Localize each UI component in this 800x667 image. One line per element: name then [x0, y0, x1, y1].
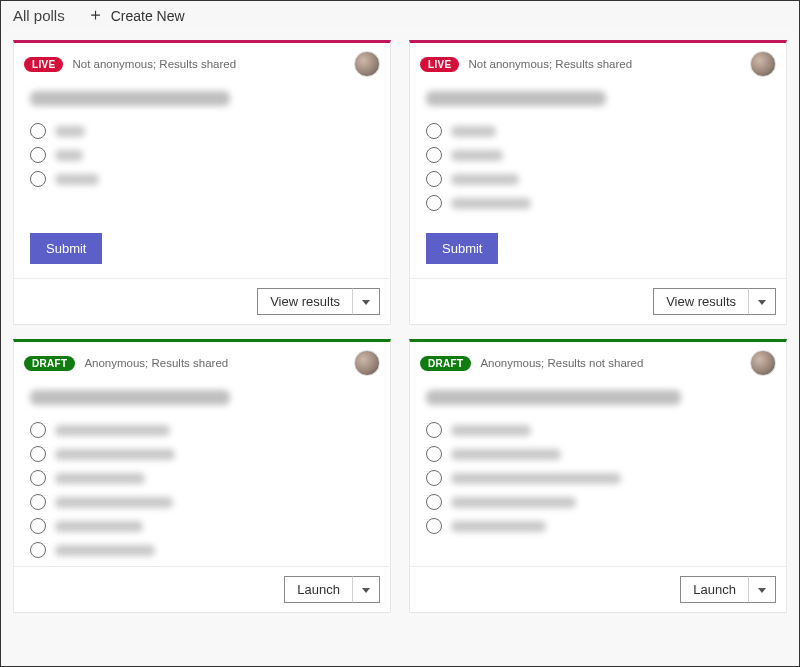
poll-card: LIVENot anonymous; Results sharedSubmitV…	[13, 40, 391, 325]
poll-option[interactable]	[426, 171, 770, 187]
status-badge: DRAFT	[420, 356, 471, 371]
avatar	[750, 350, 776, 376]
create-new-button[interactable]: ＋ Create New	[87, 7, 185, 24]
poll-option[interactable]	[30, 518, 374, 534]
poll-option-label	[55, 497, 173, 508]
page-title: All polls	[13, 7, 65, 24]
poll-option-label	[55, 545, 155, 556]
plus-icon: ＋	[87, 6, 104, 23]
poll-question	[30, 390, 230, 405]
poll-option[interactable]	[426, 446, 770, 462]
poll-card-body	[410, 380, 786, 566]
radio-icon	[30, 123, 46, 139]
radio-icon	[426, 195, 442, 211]
dropdown-button[interactable]	[748, 576, 776, 603]
poll-option[interactable]	[30, 494, 374, 510]
polls-grid: LIVENot anonymous; Results sharedSubmitV…	[1, 30, 799, 625]
poll-option[interactable]	[426, 195, 770, 211]
avatar	[354, 51, 380, 77]
radio-icon	[426, 147, 442, 163]
poll-option-label	[55, 126, 85, 137]
poll-card: DRAFTAnonymous; Results not sharedLaunch	[409, 339, 787, 613]
poll-option[interactable]	[30, 446, 374, 462]
submit-row: Submit	[14, 219, 390, 278]
launch-button[interactable]: Launch	[680, 576, 748, 603]
status-badge: LIVE	[24, 57, 63, 72]
poll-card-header: DRAFTAnonymous; Results not shared	[410, 342, 786, 380]
launch-button[interactable]: Launch	[284, 576, 352, 603]
radio-icon	[30, 147, 46, 163]
poll-card-body	[410, 81, 786, 219]
launch-split-button: Launch	[680, 576, 776, 603]
poll-option[interactable]	[30, 422, 374, 438]
poll-option[interactable]	[426, 147, 770, 163]
poll-options	[30, 422, 374, 558]
chevron-down-icon	[362, 588, 370, 593]
radio-icon	[426, 518, 442, 534]
poll-option-label	[55, 150, 83, 161]
poll-option-label	[55, 425, 170, 436]
view-results-button[interactable]: View results	[653, 288, 748, 315]
submit-button[interactable]: Submit	[30, 233, 102, 264]
poll-option-label	[451, 126, 496, 137]
poll-card-header: LIVENot anonymous; Results shared	[410, 43, 786, 81]
poll-card-body	[14, 380, 390, 566]
poll-option-label	[451, 473, 621, 484]
radio-icon	[426, 494, 442, 510]
status-badge: DRAFT	[24, 356, 75, 371]
radio-icon	[30, 518, 46, 534]
poll-option[interactable]	[30, 542, 374, 558]
view-results-split-button: View results	[257, 288, 380, 315]
poll-option[interactable]	[30, 147, 374, 163]
poll-option-label	[451, 425, 531, 436]
poll-meta-text: Not anonymous; Results shared	[72, 58, 236, 70]
dropdown-button[interactable]	[748, 288, 776, 315]
poll-option[interactable]	[426, 422, 770, 438]
radio-icon	[30, 171, 46, 187]
avatar	[750, 51, 776, 77]
status-badge: LIVE	[420, 57, 459, 72]
poll-option[interactable]	[30, 171, 374, 187]
poll-card-body	[14, 81, 390, 219]
poll-card-footer: View results	[410, 278, 786, 324]
poll-meta-text: Anonymous; Results not shared	[480, 357, 643, 369]
radio-icon	[426, 171, 442, 187]
poll-meta-text: Not anonymous; Results shared	[468, 58, 632, 70]
poll-option[interactable]	[426, 518, 770, 534]
view-results-button[interactable]: View results	[257, 288, 352, 315]
poll-option-label	[55, 449, 175, 460]
create-new-label: Create New	[111, 8, 185, 24]
poll-question	[426, 91, 606, 106]
poll-card-header: DRAFTAnonymous; Results shared	[14, 342, 390, 380]
submit-row: Submit	[410, 219, 786, 278]
poll-card: DRAFTAnonymous; Results sharedLaunch	[13, 339, 391, 613]
poll-option[interactable]	[426, 470, 770, 486]
submit-button[interactable]: Submit	[426, 233, 498, 264]
poll-option-label	[55, 473, 145, 484]
poll-question	[426, 390, 681, 405]
dropdown-button[interactable]	[352, 288, 380, 315]
poll-option[interactable]	[426, 123, 770, 139]
radio-icon	[30, 542, 46, 558]
poll-option[interactable]	[30, 470, 374, 486]
poll-option-label	[451, 497, 576, 508]
dropdown-button[interactable]	[352, 576, 380, 603]
poll-option-label	[451, 150, 503, 161]
poll-option[interactable]	[426, 494, 770, 510]
chevron-down-icon	[362, 300, 370, 305]
radio-icon	[30, 470, 46, 486]
poll-card-footer: View results	[14, 278, 390, 324]
avatar	[354, 350, 380, 376]
poll-options	[426, 422, 770, 534]
launch-split-button: Launch	[284, 576, 380, 603]
poll-meta-text: Anonymous; Results shared	[84, 357, 228, 369]
poll-question	[30, 91, 230, 106]
poll-option[interactable]	[30, 123, 374, 139]
view-results-split-button: View results	[653, 288, 776, 315]
chevron-down-icon	[758, 300, 766, 305]
poll-option-label	[55, 174, 99, 185]
poll-card-header: LIVENot anonymous; Results shared	[14, 43, 390, 81]
poll-options	[30, 123, 374, 187]
poll-option-label	[451, 174, 519, 185]
radio-icon	[426, 446, 442, 462]
